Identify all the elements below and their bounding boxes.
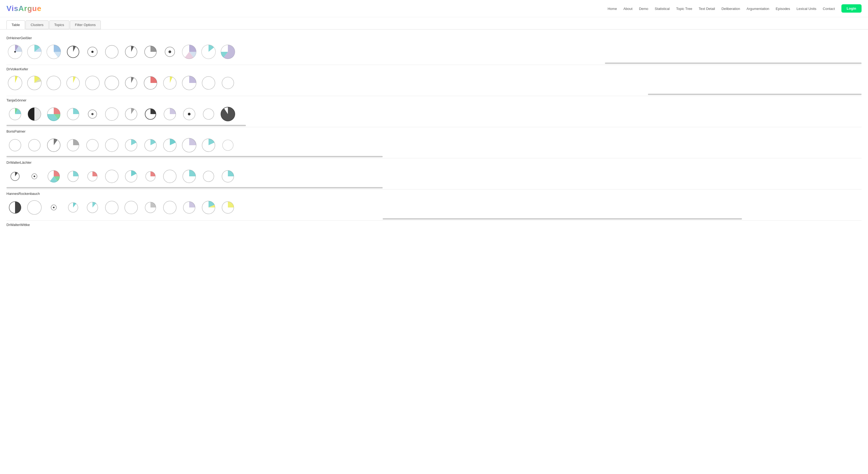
- circle-5-8[interactable]: [161, 199, 179, 216]
- circle-4-0[interactable]: [6, 168, 24, 185]
- circle-4-11[interactable]: [219, 168, 237, 185]
- circle-1-3[interactable]: [64, 74, 82, 92]
- circle-1-4[interactable]: [84, 74, 101, 92]
- circles-row-3: [6, 134, 862, 155]
- circle-5-10[interactable]: [200, 199, 217, 216]
- circle-5-4[interactable]: [84, 199, 101, 216]
- circle-1-1[interactable]: [26, 74, 43, 92]
- circle-0-6[interactable]: [123, 43, 140, 60]
- circle-3-4[interactable]: [84, 137, 101, 154]
- circle-3-9[interactable]: [181, 137, 198, 154]
- tab-filter-options[interactable]: Filter Options: [70, 21, 101, 29]
- nav-contact[interactable]: Contact: [823, 7, 835, 11]
- circle-4-2[interactable]: [45, 168, 62, 185]
- circle-3-10[interactable]: [200, 137, 217, 154]
- nav-text-detail[interactable]: Text Detail: [699, 7, 715, 11]
- circle-1-5[interactable]: [103, 74, 120, 92]
- circle-5-7[interactable]: [142, 199, 159, 216]
- circle-5-1[interactable]: [26, 199, 43, 216]
- scroll-2[interactable]: [6, 124, 862, 127]
- scroll-0[interactable]: [6, 62, 862, 65]
- circle-4-9[interactable]: [181, 168, 198, 185]
- circle-0-10[interactable]: [200, 43, 217, 60]
- circle-0-9[interactable]: [181, 43, 198, 60]
- nav-episodes[interactable]: Episodes: [776, 7, 790, 11]
- nav-home[interactable]: Home: [608, 7, 617, 11]
- nav-statistical[interactable]: Statistical: [655, 7, 670, 11]
- circle-3-3[interactable]: [64, 137, 82, 154]
- nav-about[interactable]: About: [623, 7, 632, 11]
- circle-5-11[interactable]: [219, 199, 237, 216]
- nav-lexical-units[interactable]: Lexical Units: [797, 7, 816, 11]
- circle-2-3[interactable]: [64, 105, 82, 123]
- circle-5-3[interactable]: [64, 199, 82, 216]
- circle-2-8[interactable]: [161, 105, 179, 123]
- circle-2-1[interactable]: [26, 105, 43, 123]
- circle-3-0[interactable]: [6, 137, 24, 154]
- circle-1-6[interactable]: [123, 74, 140, 92]
- circle-2-0[interactable]: [6, 105, 24, 123]
- circle-5-6[interactable]: [123, 199, 140, 216]
- circle-2-7[interactable]: [142, 105, 159, 123]
- scroll-4[interactable]: [6, 186, 862, 189]
- circle-0-8[interactable]: [161, 43, 179, 60]
- circle-0-5[interactable]: [103, 43, 120, 60]
- tab-clusters[interactable]: Clusters: [26, 21, 49, 29]
- circle-3-11[interactable]: [219, 137, 237, 154]
- scroll-1[interactable]: [6, 93, 862, 96]
- circles-row-1: [6, 72, 862, 93]
- circle-3-2[interactable]: [45, 137, 62, 154]
- circle-4-10[interactable]: [200, 168, 217, 185]
- circle-5-0[interactable]: [6, 199, 24, 216]
- circle-0-2[interactable]: [45, 43, 62, 60]
- circle-1-9[interactable]: [181, 74, 198, 92]
- circle-0-0[interactable]: [6, 43, 24, 60]
- circle-2-9[interactable]: [181, 105, 198, 123]
- circle-3-7[interactable]: [142, 137, 159, 154]
- circle-1-8[interactable]: [161, 74, 179, 92]
- circle-2-10[interactable]: [200, 105, 217, 123]
- circle-1-10[interactable]: [200, 74, 217, 92]
- circle-3-8[interactable]: [161, 137, 179, 154]
- circle-1-7[interactable]: [142, 74, 159, 92]
- circle-4-1[interactable]: [26, 168, 43, 185]
- nav-demo[interactable]: Demo: [639, 7, 648, 11]
- circle-0-3[interactable]: [64, 43, 82, 60]
- circle-4-6[interactable]: [123, 168, 140, 185]
- circle-3-1[interactable]: [26, 137, 43, 154]
- circle-4-5[interactable]: [103, 168, 120, 185]
- circle-2-2[interactable]: [45, 105, 62, 123]
- circle-0-4[interactable]: [84, 43, 101, 60]
- scroll-3[interactable]: [6, 155, 862, 158]
- circles-row-4: [6, 166, 862, 186]
- circle-0-7[interactable]: [142, 43, 159, 60]
- circle-1-2[interactable]: [45, 74, 62, 92]
- circle-2-11[interactable]: [219, 105, 237, 123]
- circle-4-7[interactable]: [142, 168, 159, 185]
- circle-4-3[interactable]: [64, 168, 82, 185]
- svg-point-55: [34, 175, 35, 177]
- circle-4-8[interactable]: [161, 168, 179, 185]
- login-button[interactable]: Login: [841, 4, 862, 12]
- circle-5-9[interactable]: [181, 199, 198, 216]
- circle-5-2[interactable]: [45, 199, 62, 216]
- svg-point-75: [163, 201, 176, 214]
- circle-3-6[interactable]: [123, 137, 140, 154]
- circle-0-11[interactable]: [219, 43, 237, 60]
- circle-0-1[interactable]: [26, 43, 43, 60]
- tab-table[interactable]: Table: [6, 21, 25, 29]
- svg-point-26: [222, 77, 234, 89]
- nav-deliberation[interactable]: Deliberation: [721, 7, 740, 11]
- tab-topics[interactable]: Topics: [49, 21, 69, 29]
- circle-3-5[interactable]: [103, 137, 120, 154]
- circle-4-4[interactable]: [84, 168, 101, 185]
- circle-2-4[interactable]: [84, 105, 101, 123]
- circle-2-5[interactable]: [103, 105, 120, 123]
- circle-1-0[interactable]: [6, 74, 24, 92]
- nav-argumentation[interactable]: Argumentation: [747, 7, 769, 11]
- circle-1-11[interactable]: [219, 74, 237, 92]
- nav-topic-tree[interactable]: Topic Tree: [676, 7, 692, 11]
- circle-5-5[interactable]: [103, 199, 120, 216]
- scroll-5[interactable]: [6, 217, 862, 221]
- circle-2-6[interactable]: [123, 105, 140, 123]
